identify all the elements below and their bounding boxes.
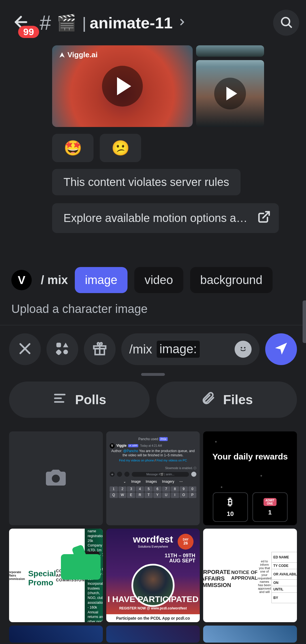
ticket-count: 1 [268, 509, 272, 516]
scrollbar[interactable] [303, 300, 306, 343]
polls-button[interactable]: Polls [9, 382, 150, 418]
polls-files-row: Polls Files [0, 382, 306, 418]
pill-background[interactable]: background [190, 267, 273, 293]
server-rules-button[interactable]: This content violates server rules [52, 169, 241, 195]
gift-icon [92, 341, 108, 358]
svg-marker-6 [63, 343, 68, 347]
coin-icon: ₿ [228, 496, 233, 507]
svg-point-8 [63, 350, 68, 354]
send-icon [273, 341, 289, 358]
slash-command-name: / mix [41, 273, 68, 287]
gallery-camera-tile[interactable] [9, 431, 103, 525]
play-icon [214, 78, 246, 109]
slash-hint-label: Upload a character image [0, 300, 306, 316]
channel-name[interactable]: animate-11 [90, 14, 173, 32]
sheet-grabber[interactable] [141, 373, 165, 376]
external-link-icon [257, 210, 271, 226]
gallery-item-strip-2[interactable] [106, 626, 200, 643]
pill-image[interactable]: image [75, 267, 128, 293]
gallery-item-notice[interactable]: FEDERAL REPUBLIC OF NIGERIA CORPORATE AF… [203, 529, 297, 622]
pill-video[interactable]: video [134, 267, 183, 293]
polls-icon [52, 391, 67, 409]
message-area: Viggle.ai 🤩 😕 This content violates serv… [0, 45, 306, 233]
gift-button[interactable] [84, 333, 116, 365]
svg-rect-5 [56, 343, 61, 347]
gallery-item-promo[interactable]: Corporate Affairs Commission Special Pro… [9, 529, 103, 622]
reward-cards: ₿ 10 ADMIT ONE 1 [203, 492, 297, 522]
gallery-item-strip-1[interactable] [9, 626, 103, 643]
ticket-icon: ADMIT ONE [264, 498, 277, 506]
search-button[interactable] [273, 10, 299, 36]
coin-count: 10 [227, 510, 233, 518]
explore-options-button[interactable]: Explore available motion options at vigg… [52, 203, 279, 233]
emoji-button[interactable] [235, 341, 252, 358]
rewards-title: Your daily rewards [203, 452, 297, 461]
reactions-row: 🤩 😕 [7, 134, 299, 162]
clapper-icon: 🎬 [57, 13, 76, 32]
svg-point-13 [241, 347, 242, 348]
send-button[interactable] [265, 333, 297, 365]
svg-point-18 [52, 474, 60, 482]
reaction-star-eyes[interactable]: 🤩 [52, 134, 94, 162]
pipe-separator: | [82, 14, 86, 32]
gallery-item-wordfest[interactable]: wordfestSolutions Everywhere DAY26 11TH … [106, 529, 200, 622]
video-attachment-large[interactable]: Viggle.ai [52, 45, 193, 127]
reaction-confused[interactable]: 😕 [100, 134, 141, 162]
files-button[interactable]: Files [156, 382, 297, 418]
svg-point-14 [244, 347, 245, 348]
video-attachment-small-top[interactable] [196, 45, 264, 57]
search-icon [279, 15, 293, 30]
attachments-row: Viggle.ai [7, 45, 299, 127]
camera-icon [44, 466, 68, 491]
reward-card-coins: ₿ 10 [213, 492, 248, 522]
media-gallery: Pancho used /mix V Viggle ✔ APP Today at… [0, 418, 306, 622]
shapes-icon [54, 341, 70, 358]
gallery-strip-row [0, 622, 306, 643]
svg-rect-7 [56, 349, 62, 355]
header-bar: 99 # 🎬 | animate-11 [0, 0, 306, 45]
close-button[interactable] [9, 333, 41, 365]
slash-command-row: V / mix image video background [0, 233, 306, 300]
chevron-right-icon[interactable] [177, 17, 187, 28]
unread-badge: 99 [18, 26, 39, 38]
message-input[interactable]: /mix image: [121, 333, 260, 365]
gallery-item-strip-3[interactable] [203, 626, 297, 643]
close-icon [17, 341, 33, 358]
composer-arg-highlight: image: [157, 341, 200, 358]
gallery-item-screenshot[interactable]: Pancho used /mix V Viggle ✔ APP Today at… [106, 431, 200, 525]
apps-button[interactable] [46, 333, 78, 365]
attachment-icon [201, 391, 215, 409]
video-attachment-small-bottom[interactable] [196, 60, 264, 127]
phone-illustration [58, 551, 101, 602]
composer-row: /mix image: [0, 325, 306, 368]
channel-hash-icon: # [40, 11, 51, 34]
play-icon [102, 66, 143, 107]
composer-prefix: /mix [129, 342, 152, 356]
app-avatar[interactable]: V [11, 270, 32, 290]
smile-icon [237, 343, 249, 355]
back-button[interactable]: 99 [7, 9, 35, 37]
svg-point-12 [238, 344, 248, 354]
reward-card-ticket: ADMIT ONE 1 [252, 492, 288, 522]
mini-discord-screenshot: Pancho used /mix V Viggle ✔ APP Today at… [106, 431, 200, 525]
svg-line-2 [263, 212, 269, 218]
gallery-item-rewards[interactable]: Your daily rewards ✦ ✦ ✦ ₿ 10 ADMIT ONE … [203, 431, 297, 525]
svg-line-1 [289, 25, 291, 27]
